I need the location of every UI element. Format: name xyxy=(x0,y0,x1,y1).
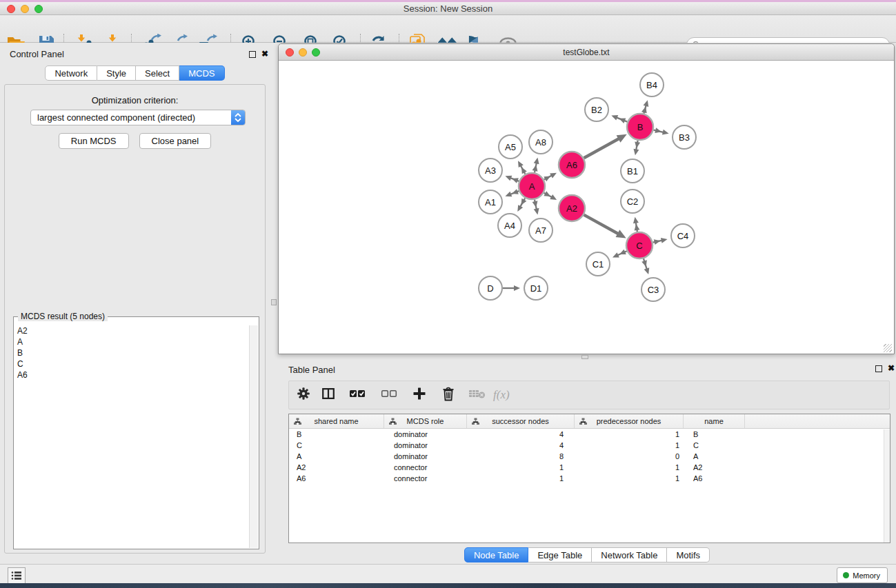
edge-C-C3[interactable] xyxy=(641,258,649,274)
column-header-MCDS-role[interactable]: MCDS role xyxy=(384,414,467,428)
cell[interactable]: A6 xyxy=(289,473,384,484)
tab-network-table[interactable]: Network Table xyxy=(592,547,667,562)
node-A4[interactable]: A4 xyxy=(498,214,521,237)
tab-edge-table[interactable]: Edge Table xyxy=(528,547,592,562)
criterion-dropdown[interactable]: largest connected component (directed) xyxy=(30,110,246,125)
edge-D-D1[interactable] xyxy=(503,285,520,291)
cell[interactable]: A xyxy=(684,451,745,462)
node-C[interactable]: C xyxy=(626,232,653,258)
node-A2[interactable]: A2 xyxy=(559,195,585,221)
app-titlebar[interactable]: Session: New Session xyxy=(0,2,896,15)
column-header-name[interactable]: name xyxy=(684,414,745,428)
cell[interactable]: C xyxy=(289,440,384,451)
cell[interactable]: 8 xyxy=(467,451,575,462)
window-resize-grip[interactable] xyxy=(884,344,892,352)
edge-A6-B[interactable] xyxy=(584,134,626,159)
close-panel-icon[interactable]: ✖ xyxy=(261,49,268,59)
function-builder-button[interactable]: f(x) xyxy=(493,388,510,402)
tab-style[interactable]: Style xyxy=(97,65,136,81)
edge-C-C1[interactable] xyxy=(613,250,627,258)
splitter-handle[interactable] xyxy=(271,299,277,305)
tab-node-table[interactable]: Node Table xyxy=(464,547,529,562)
table-row-A2[interactable]: A2connector11A2 xyxy=(289,462,890,473)
edge-A-A8[interactable] xyxy=(532,158,539,173)
result-scrollbar[interactable] xyxy=(249,325,258,548)
table-row-C[interactable]: Cdominator41C xyxy=(289,440,890,451)
minimize-window-button[interactable] xyxy=(21,5,29,13)
network-window[interactable]: testGlobe.txt AA1A2A3A4A5A6A7A8BB1B2B3B4… xyxy=(278,43,895,354)
zoom-window-button[interactable] xyxy=(34,5,43,13)
table-row-A[interactable]: Adominator80A xyxy=(289,451,890,462)
node-C2[interactable]: C2 xyxy=(621,190,644,213)
cell[interactable]: 1 xyxy=(575,440,684,451)
node-C1[interactable]: C1 xyxy=(586,252,610,276)
cell[interactable]: connector xyxy=(384,462,467,473)
node-B[interactable]: B xyxy=(627,114,653,140)
node-B4[interactable]: B4 xyxy=(640,73,664,97)
tab-motifs[interactable]: Motifs xyxy=(667,547,710,562)
cell[interactable]: A2 xyxy=(289,462,384,473)
cell[interactable]: 1 xyxy=(575,429,684,440)
network-zoom-button[interactable] xyxy=(312,48,320,57)
table-scrollbar[interactable] xyxy=(884,429,890,543)
result-item-A2[interactable]: A2 xyxy=(14,325,249,336)
cell[interactable]: 1 xyxy=(575,473,684,484)
node-A3[interactable]: A3 xyxy=(479,159,502,182)
column-header-predecessor-nodes[interactable]: predecessor nodes xyxy=(575,414,684,428)
delete-row-button[interactable] xyxy=(438,383,459,407)
edge-A-A2[interactable] xyxy=(544,191,557,200)
edge-B-B3[interactable] xyxy=(653,128,668,134)
node-B2[interactable]: B2 xyxy=(585,98,608,121)
memory-button[interactable]: Memory xyxy=(837,567,888,583)
result-item-B[interactable]: B xyxy=(14,347,249,358)
deselect-all-rows-button[interactable] xyxy=(379,383,399,407)
cell[interactable]: B xyxy=(684,429,745,440)
node-D1[interactable]: D1 xyxy=(524,276,548,300)
tab-network[interactable]: Network xyxy=(45,65,97,81)
tab-mcds[interactable]: MCDS xyxy=(179,65,224,81)
select-all-rows-button[interactable] xyxy=(347,383,368,407)
node-A[interactable]: A xyxy=(519,173,545,199)
cell[interactable]: A2 xyxy=(684,462,745,473)
edge-A-A4[interactable] xyxy=(517,198,526,212)
node-D[interactable]: D xyxy=(479,276,502,300)
panel-splitter[interactable] xyxy=(270,43,278,564)
result-item-C[interactable]: C xyxy=(14,358,249,369)
edge-A-A3[interactable] xyxy=(505,176,519,183)
result-item-A[interactable]: A xyxy=(14,336,249,347)
cell[interactable]: 1 xyxy=(467,473,575,484)
close-panel-button[interactable]: Close panel xyxy=(139,133,212,149)
network-window-titlebar[interactable]: testGlobe.txt xyxy=(279,44,894,61)
cell[interactable]: A xyxy=(289,451,384,462)
cell[interactable]: A6 xyxy=(684,473,745,484)
cell[interactable]: C xyxy=(684,440,745,451)
network-minimize-button[interactable] xyxy=(299,48,307,57)
node-A6[interactable]: A6 xyxy=(559,152,585,178)
edge-B-B1[interactable] xyxy=(633,141,640,156)
cell[interactable]: connector xyxy=(384,473,467,484)
network-canvas[interactable]: AA1A2A3A4A5A6A7A8BB1B2B3B4CC1C2C3C4DD1 xyxy=(279,61,893,354)
close-table-panel-icon[interactable]: ✖ xyxy=(888,363,895,373)
edge-A2-C[interactable] xyxy=(584,215,626,239)
edge-A-A7[interactable] xyxy=(532,200,539,215)
horizontal-splitter[interactable] xyxy=(278,354,896,359)
node-C3[interactable]: C3 xyxy=(641,278,665,301)
node-A1[interactable]: A1 xyxy=(479,190,502,214)
column-header-successor-nodes[interactable]: successor nodes xyxy=(467,414,575,428)
edge-A-A5[interactable] xyxy=(518,161,527,174)
float-table-panel-icon[interactable] xyxy=(875,365,882,372)
table-settings-button[interactable] xyxy=(293,383,314,407)
edge-B-B4[interactable] xyxy=(641,100,648,114)
edge-C-C2[interactable] xyxy=(633,217,640,232)
edge-B-B2[interactable] xyxy=(611,115,627,123)
cell[interactable]: 0 xyxy=(575,451,684,462)
node-A7[interactable]: A7 xyxy=(529,219,552,242)
task-history-button[interactable] xyxy=(8,567,26,584)
tab-select[interactable]: Select xyxy=(136,65,179,81)
close-window-button[interactable] xyxy=(7,5,15,13)
float-panel-icon[interactable] xyxy=(249,51,256,58)
cell[interactable]: 1 xyxy=(575,462,684,473)
cell[interactable]: dominator xyxy=(384,451,467,462)
node-A8[interactable]: A8 xyxy=(529,130,552,154)
table-row-A6[interactable]: A6connector11A6 xyxy=(289,473,890,484)
